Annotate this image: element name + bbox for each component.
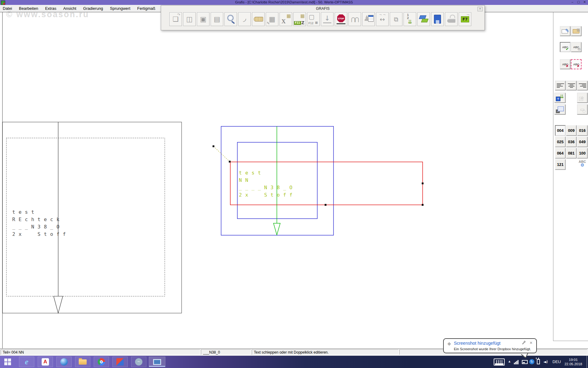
calculator-icon[interactable] xyxy=(431,12,444,26)
clock[interactable]: 19:01 22.05.2018 xyxy=(562,358,585,366)
dropbox-logo-icon: ❖ xyxy=(447,341,451,347)
start-button[interactable] xyxy=(4,358,11,365)
menu-bearbeiten[interactable]: Bearbeiten xyxy=(16,5,41,11)
network-signal-icon[interactable] xyxy=(514,359,520,364)
status-hint-field: Text schleppen oder mit Doppelklick edit… xyxy=(252,349,399,355)
window-title: Grafis - [C:\Charlotte Rocher\2019\Damen… xyxy=(123,0,466,4)
display-card-icon[interactable] xyxy=(522,360,528,364)
grafis-toolbar-title: GRAFIS xyxy=(161,6,484,11)
abc-settings-icon[interactable]: ABC ⚙ xyxy=(577,160,588,167)
gear-icon: ⚙ xyxy=(580,163,584,167)
size-button-009[interactable]: 009 xyxy=(566,125,577,136)
zoom-icon[interactable] xyxy=(224,12,237,26)
list-remove-button[interactable] xyxy=(554,104,566,115)
close-button[interactable]: ✕ xyxy=(582,0,587,4)
mannequin-measurements-icon[interactable] xyxy=(362,12,375,26)
maximize-button[interactable]: ▢ xyxy=(576,0,581,4)
tray-expand-icon[interactable]: ▲ xyxy=(508,359,511,363)
taskbar-ie-icon[interactable]: e xyxy=(19,357,34,367)
grafis-application-window: Grafis - [C:\Charlotte Rocher\2019\Damen… xyxy=(0,0,588,368)
open-model-icon[interactable] xyxy=(169,12,182,26)
grade-model-icon[interactable] xyxy=(183,12,196,26)
notification-title: Screenshot hinzugefügt xyxy=(454,341,500,346)
left-piece-label[interactable]: testREchteck___N38_O2x Stoff xyxy=(12,209,69,238)
taskbar-explorer-icon[interactable] xyxy=(75,357,90,367)
menu-fertigmass[interactable]: Fertigmaß xyxy=(134,5,158,11)
right-sidebar xyxy=(553,12,588,341)
middle-piece-label[interactable]: testNN____N38_O2x Stoff xyxy=(239,169,296,199)
abc-apply-button[interactable]: ABC✔ xyxy=(560,42,571,52)
insert-down-icon[interactable] xyxy=(321,12,334,26)
f12-values-icon[interactable]: F12 xyxy=(307,12,320,26)
export-table-icon[interactable] xyxy=(280,12,292,26)
text-open-button[interactable] xyxy=(571,26,582,36)
size-button-064[interactable]: 064 xyxy=(555,148,566,159)
volume-icon[interactable]: ◄) xyxy=(543,359,548,364)
taskbar-active-window-button[interactable] xyxy=(149,357,165,367)
table-edit-icon[interactable] xyxy=(266,12,278,26)
notification-close-icon[interactable]: ✕ xyxy=(530,341,533,345)
colored-layers-icon[interactable] xyxy=(417,12,430,26)
grafis-toolbar-close-button[interactable]: ✕ xyxy=(477,7,483,11)
menu-extras[interactable]: Extras xyxy=(42,5,59,11)
menu-datei[interactable]: Datei xyxy=(0,5,15,11)
menu-gradierung[interactable]: Gradierung xyxy=(81,5,106,11)
align-left-button[interactable] xyxy=(555,81,566,90)
f7-values-icon[interactable]: F7 xyxy=(459,12,471,26)
stacked-sheets-icon[interactable] xyxy=(390,12,402,26)
production-pieces-icon[interactable] xyxy=(404,12,416,26)
taskbar-app-disc-icon[interactable] xyxy=(56,357,72,367)
status-value-field: ___N38_0 xyxy=(201,349,251,355)
corner-curve-icon[interactable] xyxy=(238,12,251,26)
size-button-121[interactable]: 121 xyxy=(555,159,566,170)
clock-time: 19:01 xyxy=(562,358,585,362)
clock-date: 22.05.2018 xyxy=(562,362,585,366)
show-desktop-button[interactable] xyxy=(586,356,587,368)
app-logo-icon xyxy=(1,1,5,5)
abc-copy-button[interactable]: ABC⧉ xyxy=(571,42,582,52)
align-right-button[interactable] xyxy=(577,81,588,90)
title-bar: Grafis - [C:\Charlotte Rocher\2019\Damen… xyxy=(0,0,588,5)
notification-message: Ein Screenshot wurde Ihrer Dropbox hinzu… xyxy=(454,347,531,351)
size-button-100[interactable]: 100 xyxy=(577,148,588,159)
abc-delete-button[interactable]: ABC✘ xyxy=(560,59,571,69)
pattern-pieces-icon[interactable] xyxy=(349,12,361,26)
power-battery-icon[interactable] xyxy=(537,359,540,364)
measuring-tape-icon[interactable] xyxy=(252,12,265,26)
size-button-016[interactable]: 016 xyxy=(577,125,588,136)
grade-spray-button[interactable] xyxy=(577,93,588,103)
dimension-sketch-icon[interactable] xyxy=(376,12,389,26)
dropbox-notification[interactable]: ❖ Screenshot hinzugefügt Ein Screenshot … xyxy=(443,338,537,353)
notification-settings-icon[interactable] xyxy=(522,342,525,345)
size-button-025[interactable]: 025 xyxy=(555,136,566,147)
keyboard-language-indicator[interactable]: DEU xyxy=(552,359,561,364)
size-button-004[interactable]: 004 xyxy=(555,125,566,136)
size-button-036[interactable]: 036 xyxy=(566,136,577,147)
stop-icon[interactable]: STOP xyxy=(335,12,347,26)
f11-values-icon[interactable]: F11Z xyxy=(293,12,306,26)
taskbar-chrome-icon[interactable] xyxy=(94,357,109,367)
text-edit-button[interactable] xyxy=(560,26,571,36)
size-button-049[interactable]: 049 xyxy=(577,136,588,147)
menu-sprungwert[interactable]: Sprungwert xyxy=(107,5,133,11)
abc-delete-selection-button[interactable]: ABC✘ xyxy=(571,59,582,69)
menu-ansicht[interactable]: Ansicht xyxy=(60,5,79,11)
add-values-button[interactable] xyxy=(554,93,566,103)
minimize-button[interactable]: – xyxy=(570,0,575,4)
taskbar-acrobat-icon[interactable]: A xyxy=(38,357,53,367)
size-button-081[interactable]: 081 xyxy=(566,148,577,159)
save-icon[interactable] xyxy=(197,12,209,26)
align-center-button[interactable] xyxy=(566,81,577,90)
iron-tool-icon[interactable] xyxy=(445,12,458,26)
status-part-field: Teil= 004 NN xyxy=(1,349,200,355)
taskbar-app-swirl-icon[interactable]: ~ xyxy=(131,357,146,367)
print-icon[interactable] xyxy=(211,12,223,26)
dropbox-tray-icon[interactable]: ↻ xyxy=(529,359,534,364)
taskbar-app-red-icon[interactable] xyxy=(112,357,128,367)
box-zoom-button[interactable] xyxy=(577,104,588,115)
grafis-toolbar-window[interactable]: GRAFIS ✕ F11Z F12 STOP F7 xyxy=(161,5,485,30)
touch-keyboard-icon[interactable] xyxy=(494,358,505,366)
